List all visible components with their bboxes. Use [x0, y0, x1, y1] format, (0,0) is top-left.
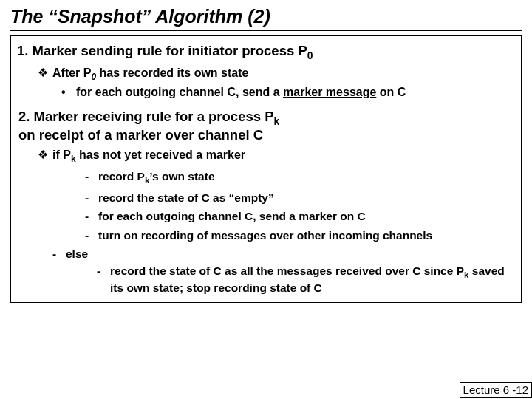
slide-footer: Lecture 6 -12	[460, 382, 532, 398]
title-underline	[10, 30, 522, 31]
d1-prefix: record P	[98, 170, 145, 183]
dash-bullet-icon: -	[52, 247, 66, 261]
else-body-text: record the state of C as all the message…	[110, 264, 515, 295]
rule-2-line1-sub: k	[274, 115, 280, 126]
rule-2-dash-3: - for each outgoing channel C, send a ma…	[85, 209, 515, 223]
rule-1-dot-suffix: on C	[376, 86, 406, 98]
d4-text: turn on recording of messages over other…	[98, 228, 515, 242]
rule-2-dash-2: - record the state of C as “empty”	[85, 191, 515, 205]
rule-1-diamond-suffix: has recorded its own state	[96, 66, 248, 79]
rule-2-diamond-prefix: if P	[52, 149, 71, 161]
rule-2-line2: on receipt of a marker over channel C	[18, 127, 263, 143]
dash-bullet-icon: -	[85, 169, 98, 183]
rule-1-diamond-text: After P0 has recorded its own state	[52, 66, 515, 83]
content-box: 1. Marker sending rule for initiator pro…	[10, 35, 522, 303]
rule-2-diamond-text: if Pk has not yet received a marker	[52, 148, 515, 165]
rule-2-diamond: ❖ if Pk has not yet received a marker	[38, 148, 515, 165]
rule-2-diamond-sub: k	[71, 154, 76, 164]
else-label: else	[66, 247, 515, 261]
rule-2-dash-4: - turn on recording of messages over oth…	[85, 228, 515, 242]
rule-1-dot: • for each outgoing channel C, send a ma…	[61, 85, 515, 100]
rule-2-dash-1: - record Pk’s own state	[85, 169, 515, 186]
dash-bullet-icon: -	[85, 209, 98, 223]
rule-1-heading: 1. Marker sending rule for initiator pro…	[17, 43, 515, 61]
d3-text: for each outgoing channel C, send a mark…	[98, 209, 515, 223]
d1-suffix: ’s own state	[149, 170, 214, 183]
rule-1-prefix: 1. Marker sending rule for initiator pro…	[17, 43, 307, 58]
rule-2-dash-1-text: record Pk’s own state	[98, 169, 515, 186]
rule-2-heading: 2. Marker receiving rule for a process P…	[17, 109, 515, 144]
rule-2-diamond-suffix: has not yet received a marker	[76, 149, 245, 161]
diamond-bullet-icon: ❖	[38, 148, 52, 163]
dash-bullet-icon: -	[97, 264, 110, 278]
dash-bullet-icon: -	[85, 191, 98, 205]
rule-2-else-body: - record the state of C as all the messa…	[97, 264, 515, 295]
dot-bullet-icon: •	[61, 85, 76, 100]
dash-bullet-icon: -	[85, 228, 98, 242]
rule-1-sub: 0	[307, 50, 313, 61]
else-prefix: record the state of C as all the message…	[110, 265, 464, 277]
d2-text: record the state of C as “empty”	[98, 191, 515, 205]
diamond-bullet-icon: ❖	[38, 66, 52, 81]
rule-1-diamond: ❖ After P0 has recorded its own state	[38, 66, 515, 83]
rule-1-dot-underline: marker message	[283, 86, 376, 98]
rule-1-dot-prefix: for each outgoing channel C, send a	[76, 86, 283, 98]
rule-2-line1-prefix: 2. Marker receiving rule for a process P	[18, 109, 274, 124]
rule-1-dot-text: for each outgoing channel C, send a mark…	[76, 85, 515, 100]
rule-2-else: - else	[52, 247, 515, 261]
slide-title: The “Snapshot” Algorithm (2)	[10, 6, 522, 27]
rule-1-diamond-prefix: After P	[52, 66, 91, 79]
